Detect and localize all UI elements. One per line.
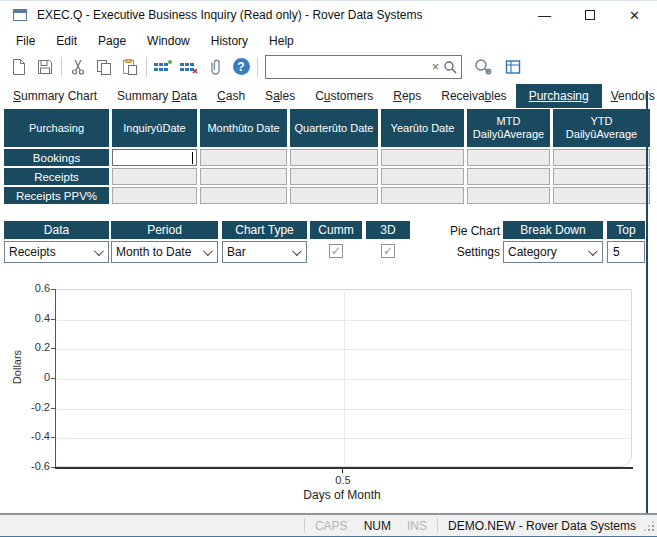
x-axis-label: Days of Month <box>262 488 422 502</box>
toolbar-separator <box>61 57 62 77</box>
col-header-year-to-date: Yearûto Date <box>381 109 464 147</box>
plot-area <box>55 289 632 467</box>
caps-indicator: CAPS <box>307 519 356 533</box>
pie-chart-label: Pie Chart <box>410 224 500 238</box>
grid-cell <box>290 168 378 185</box>
menu-bar: File Edit Page Window History Help <box>0 29 657 52</box>
grid-corner-header: Purchasing <box>4 109 109 147</box>
ins-indicator: INS <box>399 519 435 533</box>
grid-cell <box>553 168 650 185</box>
cut-icon[interactable] <box>65 55 91 79</box>
tab-strip: Summary Chart Summary Data Cash Sales Cu… <box>0 83 650 108</box>
minimize-icon: — <box>538 8 551 23</box>
chevron-down-icon <box>203 246 213 256</box>
help-icon[interactable]: ? <box>228 55 254 79</box>
menu-edit[interactable]: Edit <box>54 31 79 51</box>
application-window: EXEC.Q - Executive Business Inquiry (Rea… <box>0 0 657 537</box>
break-down-header: Break Down <box>503 221 603 239</box>
checkmark-icon: ✓ <box>331 244 341 258</box>
toolbar-separator <box>146 57 147 77</box>
tab-summary-data[interactable]: Summary Data <box>108 85 206 107</box>
attachment-icon[interactable] <box>202 55 228 79</box>
close-icon: ✕ <box>629 8 640 23</box>
paste-icon[interactable] <box>117 55 143 79</box>
break-down-select[interactable]: Category <box>503 241 603 263</box>
maximize-button[interactable] <box>567 1 612 29</box>
tab-receivables[interactable]: Receivables <box>432 85 515 107</box>
y-axis <box>55 289 56 468</box>
save-icon[interactable] <box>32 55 58 79</box>
insert-row-icon[interactable] <box>150 55 176 79</box>
tab-vendors[interactable]: Vendors <box>602 85 657 107</box>
menu-window[interactable]: Window <box>145 31 192 51</box>
y-tick-label: 0.6 <box>14 282 50 294</box>
y-tick-label: -0.2 <box>14 401 50 413</box>
tab-summary-chart[interactable]: Summary Chart <box>4 85 106 107</box>
tab-reps[interactable]: Reps <box>384 85 430 107</box>
data-select[interactable]: Receipts <box>4 241 109 263</box>
search-icon[interactable] <box>443 60 457 74</box>
tab-sales[interactable]: Sales <box>256 85 304 107</box>
col-header-quarter-to-date: Quarterûto Date <box>290 109 378 147</box>
row-label-receipts: Receipts <box>4 168 109 185</box>
grid-cell <box>467 168 550 185</box>
search-input[interactable] <box>270 60 428 74</box>
new-file-icon[interactable] <box>6 55 32 79</box>
checkmark-icon: ✓ <box>383 244 393 258</box>
menu-help[interactable]: Help <box>267 31 296 51</box>
window-title: EXEC.Q - Executive Business Inquiry (Rea… <box>37 1 422 29</box>
menu-file[interactable]: File <box>14 31 37 51</box>
y-tick-label: 0 <box>14 371 50 383</box>
col-header-month-to-date: Monthûto Date <box>200 109 287 147</box>
chart-type-select[interactable]: Bar <box>222 241 307 263</box>
grid-cell <box>200 149 287 166</box>
x-tick-mark <box>342 469 343 473</box>
search-clear-icon[interactable]: × <box>428 60 443 74</box>
top-input[interactable]: 5 <box>607 241 645 263</box>
close-button[interactable]: ✕ <box>612 1 657 29</box>
y-tick-label: -0.4 <box>14 430 50 442</box>
window-controls: — ✕ <box>522 1 657 29</box>
layout-icon[interactable] <box>500 55 526 79</box>
3d-checkbox: ✓ <box>381 244 395 258</box>
table-row: Receipts PPV% <box>4 187 650 204</box>
search-box: × <box>265 55 462 79</box>
copy-icon[interactable] <box>91 55 117 79</box>
delete-row-icon[interactable] <box>176 55 202 79</box>
grid-cell <box>467 187 550 204</box>
tab-cash[interactable]: Cash <box>208 85 254 107</box>
grid-cell <box>112 168 197 185</box>
text-caret <box>192 152 193 164</box>
y-tick-label: 0.4 <box>14 312 50 324</box>
tab-purchasing[interactable]: Purchasing <box>516 84 602 108</box>
table-row: Bookings <box>4 149 650 166</box>
help-glyph: ? <box>237 60 244 74</box>
maximize-icon <box>585 10 595 20</box>
grid-cell <box>381 149 464 166</box>
minimize-button[interactable]: — <box>522 1 567 29</box>
chart-type-header: Chart Type <box>222 221 307 239</box>
bookings-inquiry-date-input[interactable] <box>112 149 197 166</box>
toolbar: ? × <box>0 52 650 81</box>
period-select[interactable]: Month to Date <box>111 241 218 263</box>
grid-cell <box>553 187 650 204</box>
row-label-bookings: Bookings <box>4 149 109 166</box>
app-icon <box>13 9 27 21</box>
top-header: Top <box>607 221 645 239</box>
grid-cell <box>112 187 197 204</box>
title-bar: EXEC.Q - Executive Business Inquiry (Rea… <box>0 1 657 29</box>
data-header: Data <box>4 221 109 239</box>
grid-cell <box>467 149 550 166</box>
menu-page[interactable]: Page <box>96 31 128 51</box>
status-bar: CAPS NUM INS DEMO.NEW - Rover Data Syste… <box>0 515 657 536</box>
chevron-down-icon <box>588 246 598 256</box>
menu-history[interactable]: History <box>209 31 250 51</box>
row-label-receipts-ppv: Receipts PPV% <box>4 187 109 204</box>
tab-customers[interactable]: Customers <box>306 85 382 107</box>
toolbar-separator <box>257 57 258 77</box>
resize-grip[interactable] <box>644 521 654 531</box>
find-record-icon[interactable] <box>470 55 496 79</box>
grid-cell <box>290 187 378 204</box>
x-tick-label: 0.5 <box>330 474 356 486</box>
period-header: Period <box>111 221 218 239</box>
